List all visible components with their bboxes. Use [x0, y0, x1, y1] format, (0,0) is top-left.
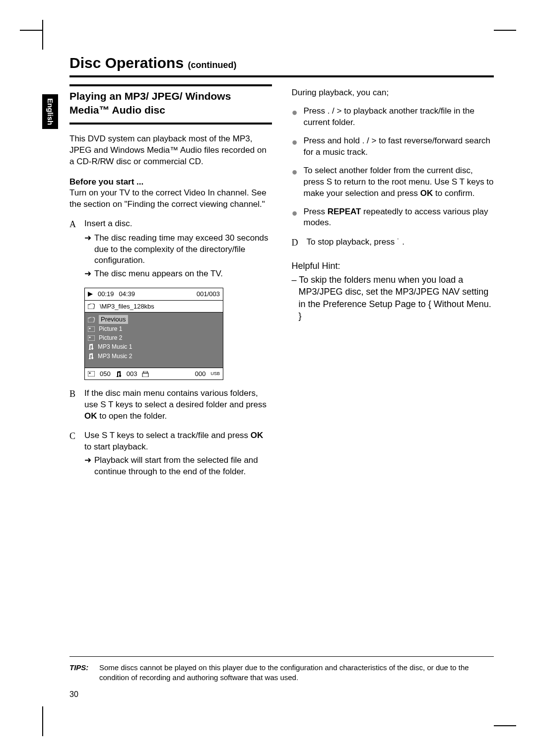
ok-label: OK	[251, 431, 264, 440]
bullet-icon: ●	[292, 135, 304, 158]
arrow-icon: ➜	[84, 233, 94, 267]
step-body: Insert a disc.	[84, 218, 272, 230]
list-item: Picture 2	[88, 333, 220, 342]
ok-label: OK	[84, 411, 97, 421]
arrow-keys: S T	[452, 177, 465, 187]
before-you-start-heading: Before you start ...	[69, 177, 272, 188]
text: Use	[84, 431, 102, 440]
language-tab: English	[42, 94, 58, 129]
bullet-text: Press REPEAT repeatedly to access variou…	[304, 206, 494, 229]
section-heading: Playing an MP3/ JPEG/ Windows Media™ Aud…	[69, 84, 272, 125]
svg-point-2	[89, 327, 91, 329]
osd-header: 00:19 04:39 001/003	[85, 288, 223, 301]
picture-icon	[88, 371, 95, 377]
intro-text: This DVD system can playback most of the…	[69, 133, 272, 168]
before-you-start-body: Turn on your TV to the correct Video In …	[69, 188, 272, 210]
arrow-icon: ➜	[84, 455, 94, 478]
music-icon	[88, 353, 94, 359]
text: to confirm.	[433, 189, 474, 198]
folder-open-icon	[88, 317, 95, 322]
arrow-up: S	[327, 177, 332, 187]
text: to open the folder.	[97, 411, 167, 421]
osd-path: \MP3_files_128kbs	[100, 302, 154, 311]
crop-mark	[494, 725, 516, 726]
usb-icon	[142, 371, 149, 377]
osd-usb-label: USB	[210, 371, 220, 377]
osd-footer: 050 003 000USB	[85, 368, 223, 380]
picture-icon	[88, 326, 95, 332]
play-icon	[88, 292, 93, 297]
bullet-icon: ●	[292, 206, 304, 229]
svg-point-6	[89, 373, 91, 374]
step-body: If the disc main menu contains various f…	[84, 388, 272, 422]
item-label: MP3 Music 1	[98, 343, 132, 351]
svg-rect-3	[88, 335, 95, 341]
list-item: Previous	[88, 315, 220, 324]
heading-main: Disc Operations	[69, 55, 184, 71]
svg-marker-0	[88, 292, 93, 297]
osd-count-pictures: 050	[100, 370, 111, 378]
tips-footer: TIPS: Some discs cannot be played on thi…	[69, 663, 494, 683]
step-d: D To stop playback, press ˙ .	[292, 237, 494, 249]
step-letter: A	[69, 218, 84, 230]
tips-text: Some discs cannot be played on this play…	[99, 663, 494, 683]
text: to return to the root menu. Use	[332, 177, 452, 187]
osd-track-count: 001/003	[197, 290, 220, 299]
page-number: 30	[69, 690, 78, 699]
osd-time-total: 04:39	[119, 290, 135, 299]
during-playback: During playback, you can;	[292, 87, 494, 99]
osd-time-elapsed: 00:19	[98, 290, 114, 299]
tips-rule	[69, 656, 494, 657]
text: Press	[304, 207, 328, 216]
bullet-text: To select another folder from the curren…	[304, 165, 494, 199]
bullet-text: Press and hold . / > to fast reverse/for…	[304, 135, 494, 158]
repeat-label: REPEAT	[328, 207, 361, 216]
bullet-item: ● To select another folder from the curr…	[292, 165, 494, 199]
step-c: C Use S T keys to select a track/file an…	[69, 430, 272, 453]
page-title: Disc Operations (continued)	[69, 55, 236, 71]
step-body: To stop playback, press ˙ .	[307, 237, 494, 249]
text: to start playback.	[84, 442, 148, 451]
music-icon	[88, 344, 94, 350]
step-a: A Insert a disc.	[69, 218, 272, 230]
tips-label: TIPS:	[69, 663, 99, 683]
osd-file-list: Previous Picture 1 Picture 2 MP3 Music 1	[85, 313, 223, 367]
crop-mark	[42, 20, 43, 50]
bullet-text: Press . / > to playback another track/fi…	[304, 106, 494, 128]
osd-count-usb: 000	[195, 370, 206, 378]
heading-continued: (continued)	[188, 60, 236, 70]
crop-mark	[494, 30, 516, 31]
step-letter: B	[69, 388, 84, 422]
sub-text: The disc menu appears on the TV.	[94, 268, 223, 280]
onscreen-display: 00:19 04:39 001/003 \MP3_files_128kbs Pr…	[84, 288, 223, 380]
step-body: Use S T keys to select a track/file and …	[84, 430, 272, 453]
svg-point-4	[89, 336, 91, 338]
text: keys to select a desired folder and pres…	[113, 400, 267, 409]
arrow-icon: ➜	[84, 268, 94, 280]
arrow-keys: S T	[100, 400, 113, 409]
music-icon	[116, 371, 122, 377]
helpful-hint-body: – To skip the folders menu when you load…	[292, 274, 494, 322]
picture-icon	[88, 335, 95, 341]
crop-mark	[20, 30, 42, 31]
bullet-item: ● Press . / > to playback another track/…	[292, 106, 494, 128]
right-column: During playback, you can; ● Press . / > …	[292, 84, 494, 478]
svg-rect-8	[142, 373, 148, 377]
svg-rect-7	[143, 371, 147, 373]
osd-path-row: \MP3_files_128kbs	[85, 301, 223, 313]
text: keys to select a track/file and press	[115, 431, 251, 440]
svg-rect-1	[88, 326, 95, 332]
item-label: Previous	[99, 315, 128, 324]
helpful-hint-heading: Helpful Hint:	[292, 260, 494, 272]
step-letter: C	[69, 430, 84, 453]
bullet-item: ● Press REPEAT repeatedly to access vari…	[292, 206, 494, 229]
bullet-item: ● Press and hold . / > to fast reverse/f…	[292, 135, 494, 158]
folder-open-icon	[88, 304, 95, 309]
heading-rule	[69, 75, 494, 77]
step-a-sub: ➜ The disc menu appears on the TV.	[69, 268, 272, 280]
item-label: Picture 2	[99, 334, 122, 342]
ok-label: OK	[420, 189, 433, 198]
list-item: Picture 1	[88, 324, 220, 333]
item-label: Picture 1	[99, 325, 122, 333]
bullet-icon: ●	[292, 165, 304, 199]
